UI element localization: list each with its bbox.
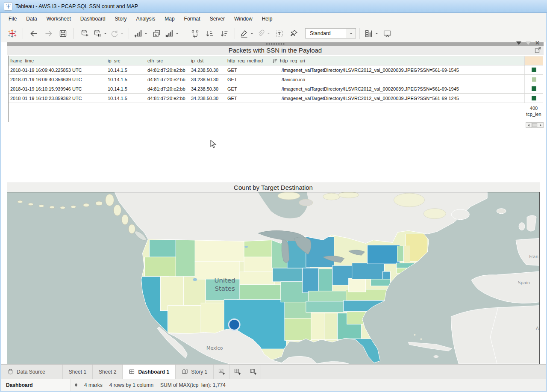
- state-mt[interactable]: [195, 240, 244, 261]
- table-row[interactable]: 2018-01-19 16:10:23.859362 UTC10.14.1.5d…: [9, 94, 543, 103]
- sort-descending-button[interactable]: [217, 27, 231, 40]
- new-worksheet-button[interactable]: [132, 27, 149, 40]
- tab-sheet-2[interactable]: Sheet 2: [93, 365, 123, 379]
- new-story-tab-button[interactable]: [245, 365, 261, 379]
- cell-http_req_method[interactable]: GET: [226, 75, 271, 84]
- state-pa[interactable]: [352, 263, 385, 279]
- menu-server[interactable]: Server: [205, 13, 229, 24]
- state-in[interactable]: [319, 269, 332, 291]
- tcp-len-square-mark[interactable]: [532, 86, 536, 91]
- cell-ip_src[interactable]: 10.14.1.5: [106, 65, 146, 74]
- menu-worksheet[interactable]: Worksheet: [42, 13, 76, 24]
- column-header-ip_dst[interactable]: ip_dst: [189, 56, 226, 65]
- cell-eth_src[interactable]: d4:81:d7:20:e2:bb: [146, 94, 189, 103]
- cell-tcp-len-mark[interactable]: [524, 84, 543, 93]
- column-header-tcp-len[interactable]: [524, 56, 543, 65]
- scroll-right-button[interactable]: [538, 123, 543, 127]
- cell-http_req_uri[interactable]: /imagenet_valTargetDirectory/ILSVRC2012_…: [271, 94, 524, 103]
- zone-drag-bar[interactable]: [7, 42, 544, 46]
- state-ms[interactable]: [311, 313, 324, 340]
- cell-frame_time[interactable]: 2018-01-19 16:09:40.225853 UTC: [9, 65, 106, 74]
- cell-tcp-len-mark[interactable]: [524, 65, 543, 74]
- go-to-sheet-button[interactable]: [534, 46, 542, 54]
- state-wa[interactable]: [149, 240, 176, 257]
- state-az[interactable]: [168, 306, 201, 334]
- fix-axes-button[interactable]: [286, 27, 301, 40]
- table-row[interactable]: 2018-01-19 16:09:40.225853 UTC10.14.1.5d…: [9, 65, 543, 75]
- new-data-source-button[interactable]: [77, 27, 92, 40]
- column-header-frame_time[interactable]: frame_time: [9, 56, 106, 65]
- cell-ip_dst[interactable]: 34.238.50.30: [189, 84, 226, 93]
- cell-frame_time[interactable]: 2018-01-19 16:09:40.356639 UTC: [9, 75, 106, 84]
- group-members-button[interactable]: [255, 27, 272, 40]
- state-ny[interactable]: [368, 245, 400, 264]
- save-button[interactable]: [56, 27, 70, 40]
- cell-http_req_method[interactable]: GET: [226, 65, 271, 74]
- state-vt[interactable]: [397, 246, 404, 261]
- sort-ascending-button[interactable]: [202, 27, 217, 40]
- scroll-left-button[interactable]: [526, 123, 532, 127]
- cell-ip_dst[interactable]: 34.238.50.30: [189, 75, 226, 84]
- zone-close-icon[interactable]: ✕: [535, 41, 540, 45]
- cell-http_req_method[interactable]: GET: [226, 84, 271, 93]
- zone-menu-dark-triangle-icon[interactable]: [516, 41, 521, 45]
- map-canvas[interactable]: UnitedStatesMexicoFranSpainAlge: [7, 192, 540, 364]
- clear-sheet-button[interactable]: [164, 27, 180, 40]
- column-header-ip_src[interactable]: ip_src: [106, 56, 146, 65]
- swap-rows-and-columns-button[interactable]: [188, 27, 202, 40]
- tcp-len-square-mark[interactable]: [532, 77, 536, 82]
- menu-data[interactable]: Data: [21, 13, 41, 24]
- redo-button[interactable]: [41, 27, 56, 40]
- tcp-len-scrollbar[interactable]: [526, 122, 544, 128]
- new-worksheet-tab-button[interactable]: [214, 365, 229, 379]
- menu-dashboard[interactable]: Dashboard: [76, 13, 110, 24]
- cell-frame_time[interactable]: 2018-01-19 16:10:23.859362 UTC: [9, 94, 106, 103]
- cell-ip_dst[interactable]: 34.238.50.30: [189, 65, 226, 74]
- cell-http_req_uri[interactable]: /imagenet_valTargetDirectory/ILSVRC2012_…: [271, 84, 524, 93]
- state-al[interactable]: [324, 313, 338, 340]
- cell-ip_src[interactable]: 10.14.1.5: [106, 94, 146, 103]
- zone-menu-light-triangle-icon[interactable]: [526, 41, 531, 45]
- state-tn[interactable]: [306, 301, 347, 312]
- tab-story-1[interactable]: Story 1: [176, 365, 214, 379]
- menu-window[interactable]: Window: [229, 13, 257, 24]
- scrollbar-thumb[interactable]: [532, 123, 537, 127]
- menu-help[interactable]: Help: [257, 13, 277, 24]
- state-la[interactable]: [285, 318, 312, 341]
- table-row[interactable]: 2018-01-19 16:09:40.356639 UTC10.14.1.5d…: [9, 75, 543, 84]
- state-md[interactable]: [371, 279, 391, 286]
- state-ne[interactable]: [240, 272, 275, 285]
- cell-ip_src[interactable]: 10.14.1.5: [106, 84, 146, 93]
- tableau-start-button[interactable]: [5, 27, 19, 40]
- state-nh[interactable]: [404, 246, 410, 263]
- cell-eth_src[interactable]: d4:81:d7:20:e2:bb: [146, 84, 189, 93]
- state-sd[interactable]: [244, 257, 274, 272]
- cell-http_req_uri[interactable]: /favicon.ico: [271, 75, 524, 84]
- cell-eth_src[interactable]: d4:81:d7:20:e2:bb: [146, 75, 189, 84]
- state-id[interactable]: [176, 240, 195, 277]
- cell-frame_time[interactable]: 2018-01-19 16:10:15.939946 UTC: [9, 84, 106, 93]
- table-row[interactable]: 2018-01-19 16:10:15.939946 UTC10.14.1.5d…: [9, 84, 543, 94]
- presentation-mode-button[interactable]: [380, 27, 394, 40]
- duplicate-sheet-button[interactable]: [149, 27, 164, 40]
- drag-handle-icon[interactable]: [265, 43, 285, 45]
- tcp-len-square-mark[interactable]: [532, 96, 536, 100]
- marks-updown-icon[interactable]: [75, 383, 77, 387]
- run-update-button[interactable]: [109, 27, 125, 40]
- menu-file[interactable]: File: [4, 13, 21, 24]
- cell-tcp-len-mark[interactable]: [524, 75, 543, 84]
- target-destination-mark[interactable]: [229, 319, 240, 330]
- menu-story[interactable]: Story: [110, 13, 132, 24]
- state-ks[interactable]: [240, 285, 281, 299]
- menu-map[interactable]: Map: [160, 13, 179, 24]
- state-or[interactable]: [144, 257, 176, 277]
- state-ia[interactable]: [273, 268, 303, 282]
- cell-ip_src[interactable]: 10.14.1.5: [106, 75, 146, 84]
- tcp-len-square-mark[interactable]: [532, 68, 536, 72]
- new-dashboard-tab-button[interactable]: [229, 365, 245, 379]
- cell-http_req_method[interactable]: GET: [226, 94, 271, 103]
- show-mark-labels-button[interactable]: [272, 27, 286, 40]
- menu-analysis[interactable]: Analysis: [132, 13, 160, 24]
- state-wv[interactable]: [349, 278, 366, 292]
- cell-http_req_uri[interactable]: /imagenet_valTargetDirectory/ILSVRC2012_…: [271, 65, 524, 74]
